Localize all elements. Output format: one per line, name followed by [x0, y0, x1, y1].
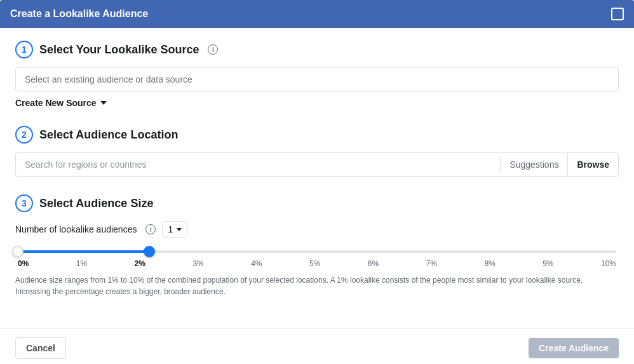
slider-label-4: 4%: [251, 259, 262, 268]
slider-label-3: 3%: [192, 259, 203, 268]
modal-footer: Cancel Create Audience: [0, 328, 634, 364]
slider-label-2: 2%: [135, 259, 145, 268]
number-select[interactable]: 1: [162, 221, 187, 238]
create-audience-button[interactable]: Create Audience: [529, 338, 619, 358]
location-input[interactable]: [16, 153, 500, 176]
number-select-arrow-icon: [177, 228, 182, 231]
slider-fill: [18, 250, 149, 253]
modal-header: Create a Lookalike Audience: [0, 0, 634, 28]
section1-title: Select Your Lookalike Source: [39, 43, 199, 57]
slider-thumb-right[interactable]: [144, 246, 155, 257]
suggestions-label: Suggestions: [509, 159, 558, 170]
step3-circle: 3: [15, 194, 33, 212]
section2-header: 2 Select Audience Location: [15, 126, 619, 144]
slider-labels: 0% 1% 2% 3% 4% 5% 6% 7% 8% 9% 10%: [18, 259, 616, 268]
create-new-source-label: Create New Source: [15, 98, 97, 108]
slider-label-6: 6%: [368, 259, 379, 268]
location-search-wrapper: Suggestions Browse: [15, 152, 619, 177]
slider-label-10: 10%: [601, 259, 616, 268]
slider-label-5: 5%: [309, 259, 320, 268]
section3-header: 3 Select Audience Size: [15, 194, 619, 212]
slider-label-7: 7%: [426, 259, 437, 268]
step1-circle: 1: [15, 41, 33, 58]
create-new-source-arrow-icon: [100, 101, 107, 105]
browse-button[interactable]: Browse: [567, 153, 618, 176]
audience-description: Audience size ranges from 1% to 10% of t…: [15, 274, 619, 297]
modal-resize-icon[interactable]: [611, 8, 624, 20]
section2-title: Select Audience Location: [39, 128, 178, 142]
browse-label: Browse: [577, 159, 609, 170]
section-audience-location: 2 Select Audience Location Suggestions B…: [15, 126, 619, 177]
modal-body: ◀ Show Tips 1 Select Your Lookalike Sour…: [0, 28, 634, 328]
suggestions-button[interactable]: Suggestions: [501, 153, 567, 176]
slider-label-9: 9%: [543, 259, 553, 268]
audience-size-row: Number of lookalike audiences i 1: [15, 221, 619, 238]
cancel-button[interactable]: Cancel: [15, 337, 66, 359]
slider-label-1: 1%: [76, 259, 87, 268]
number-of-audiences-label: Number of lookalike audiences: [15, 224, 137, 234]
section1-info-icon[interactable]: i: [208, 44, 218, 55]
section-lookalike-source: 1 Select Your Lookalike Source i Create …: [15, 41, 619, 108]
modal-title: Create a Lookalike Audience: [10, 8, 148, 20]
audience-size-info-icon[interactable]: i: [145, 224, 156, 234]
section3-title: Select Audience Size: [39, 197, 153, 210]
modal-content: ◀ Show Tips 1 Select Your Lookalike Sour…: [15, 41, 619, 297]
audience-size-slider-container: 0% 1% 2% 3% 4% 5% 6% 7% 8% 9% 10%: [15, 250, 619, 268]
create-lookalike-modal: Create a Lookalike Audience ◀ Show Tips …: [0, 0, 634, 364]
step2-circle: 2: [15, 126, 33, 144]
create-new-source-button[interactable]: Create New Source: [15, 98, 107, 108]
slider-thumb-left[interactable]: [12, 246, 24, 257]
slider-track[interactable]: [18, 250, 616, 253]
source-input[interactable]: [15, 67, 619, 91]
slider-label-8: 8%: [484, 259, 495, 268]
number-select-value: 1: [168, 224, 173, 234]
slider-label-0: 0%: [18, 259, 29, 268]
section-audience-size: 3 Select Audience Size Number of lookali…: [15, 194, 619, 297]
section1-header: 1 Select Your Lookalike Source i: [15, 41, 619, 58]
